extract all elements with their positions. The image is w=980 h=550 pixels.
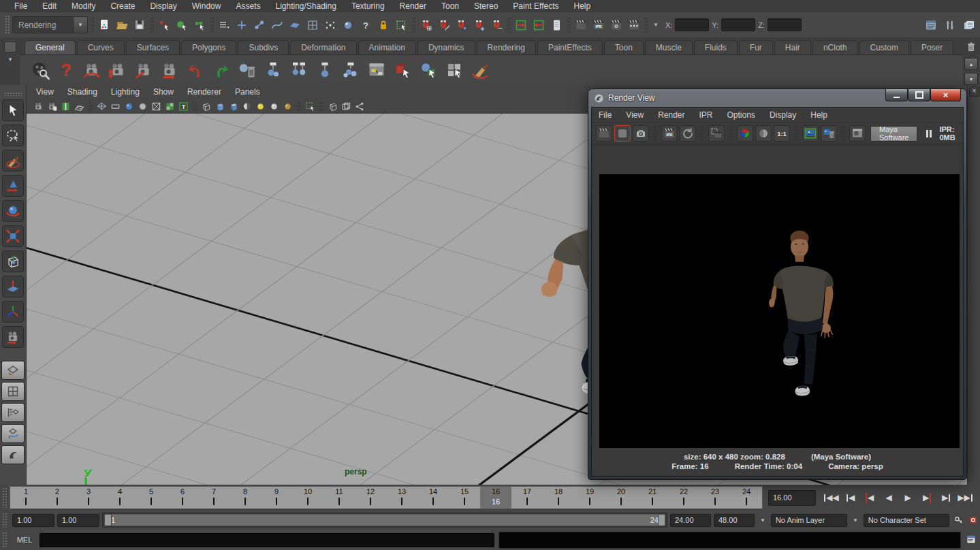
shelf-tab-rendering[interactable]: Rendering (477, 40, 536, 54)
shelf-trash-icon[interactable] (963, 39, 979, 55)
help-question-icon[interactable]: ? (54, 59, 78, 82)
last-tool[interactable] (2, 326, 24, 348)
menu-item-view[interactable]: View (36, 87, 62, 97)
shelf-tab-surfaces[interactable]: Surfaces (126, 40, 180, 54)
anim-layer-dropdown-icon[interactable]: ▼ (757, 517, 768, 523)
select-object-icon[interactable] (174, 17, 190, 33)
menu-item-options[interactable]: Options (727, 110, 755, 120)
construction-history-icon[interactable] (548, 17, 565, 33)
universal-manipulator-tool[interactable] (2, 250, 24, 272)
show-manipulator-tool[interactable] (2, 301, 24, 323)
camera-orbit-icon[interactable] (80, 59, 104, 82)
rendered-image[interactable] (599, 174, 960, 448)
maximize-button[interactable] (908, 89, 930, 101)
y-input[interactable] (721, 18, 755, 31)
x-input[interactable] (675, 18, 709, 31)
go-to-start-button[interactable]: ◀◀ (823, 489, 840, 506)
script-editor-icon[interactable] (965, 534, 977, 546)
menu-item-toon[interactable]: Toon (434, 1, 467, 11)
menu-item-stereo[interactable]: Stereo (467, 1, 505, 11)
menu-item-view[interactable]: View (626, 110, 644, 120)
z-input[interactable] (768, 18, 802, 31)
character-set-field[interactable]: No Character Set (864, 514, 949, 527)
menu-item-file[interactable]: File (7, 1, 35, 11)
shelf-menu-icon[interactable]: ▼ (7, 56, 13, 63)
open-scene-icon[interactable] (114, 17, 130, 33)
select-sphere-cube-icon[interactable] (417, 59, 440, 82)
toolbox-grip[interactable] (4, 92, 22, 96)
step-back-frame-button[interactable]: ◀ (842, 489, 859, 506)
lasso-tool[interactable] (2, 125, 24, 146)
frame-17[interactable]: 17 (511, 487, 543, 508)
menu-item-lighting[interactable]: Lighting (111, 87, 148, 97)
snap-curve-icon[interactable] (435, 17, 452, 33)
time-slider-grip[interactable] (2, 487, 7, 508)
range-slider-grip[interactable] (2, 513, 7, 528)
rotate-tool[interactable] (2, 200, 24, 222)
close-icon[interactable]: × (969, 86, 979, 97)
shelf-tab-fur[interactable]: Fur (739, 40, 773, 54)
frame-20[interactable]: 20 (605, 487, 637, 508)
step-forward-key-button[interactable]: ▶ (918, 489, 936, 506)
vp-text-icon[interactable]: T (177, 100, 190, 113)
mask-surfaces-icon[interactable] (287, 17, 303, 33)
frame-10[interactable]: 10 (292, 487, 323, 508)
mask-joints-icon[interactable] (251, 17, 268, 33)
vp-film-gate-icon[interactable] (109, 100, 122, 113)
shelf-tab-toon[interactable]: Toon (604, 40, 644, 54)
frame-14[interactable]: 14 (417, 487, 449, 508)
save-scene-icon[interactable] (131, 17, 148, 33)
vp-bookmark-icon[interactable] (59, 100, 72, 113)
shelf-tab-poser[interactable]: Poser (911, 40, 953, 54)
vp-select-cursor-icon[interactable] (304, 100, 317, 113)
frame-9[interactable]: 9 (261, 487, 292, 508)
single-pane-layout[interactable] (1, 361, 25, 380)
attribute-editor-icon[interactable] (923, 17, 939, 33)
menu-item-show[interactable]: Show (153, 87, 182, 97)
menu-item-window[interactable]: Window (185, 1, 229, 11)
go-to-end-button[interactable]: ▶▶ (956, 489, 974, 506)
paint-select-tool[interactable] (2, 150, 24, 172)
frame-ruler[interactable]: 1234567891011121314151616171819202122232… (10, 486, 763, 509)
set-key-icon[interactable] (952, 514, 964, 526)
frame-24[interactable]: 24 (731, 487, 762, 508)
shelf-tab-animation[interactable]: Animation (358, 40, 416, 54)
render-view-window[interactable]: Render View × FileViewRenderIPROptionsDi… (588, 88, 967, 480)
step-back-key-button[interactable]: ◀ (861, 489, 879, 506)
vp-textured-icon[interactable] (163, 100, 176, 113)
rv-alpha-icon[interactable] (755, 125, 772, 142)
snap-grid-icon[interactable] (417, 17, 434, 33)
shelf-tab-painteffects[interactable]: PaintEffects (537, 40, 603, 54)
frame-22[interactable]: 22 (668, 487, 699, 508)
four-pane-layout[interactable] (1, 382, 25, 401)
range-start-handle[interactable] (104, 514, 112, 526)
menu-item-assets[interactable]: Assets (228, 1, 268, 11)
camera-pan-icon[interactable] (106, 59, 129, 82)
step-forward-frame-button[interactable]: ▶ (937, 489, 955, 506)
shelf-scroll-up[interactable]: ▲ (964, 58, 978, 70)
persp-outliner-layout[interactable] (1, 403, 25, 422)
vp-wireframe-icon[interactable] (95, 100, 108, 113)
channel-box-icon[interactable] (961, 17, 977, 33)
vp-light-gray-icon[interactable] (268, 100, 281, 113)
node-editor-icon[interactable] (365, 59, 388, 82)
menu-item-lighting-shading[interactable]: Lighting/Shading (268, 1, 343, 11)
animation-start-field[interactable]: 1.00 (12, 514, 54, 527)
renderer-select-button[interactable]: Maya Software (870, 126, 917, 142)
frame-23[interactable]: 23 (699, 487, 731, 508)
output-connections-icon[interactable] (531, 17, 547, 33)
shelf-tab-ncloth[interactable]: nCloth (812, 40, 858, 54)
redo-arrow-icon[interactable] (210, 59, 233, 82)
playback-range-bar[interactable]: 1 24 (105, 514, 665, 526)
current-time-field[interactable]: 16.00 (768, 490, 816, 506)
rv-rgb-icon[interactable] (737, 125, 753, 142)
rv-region-icon[interactable] (708, 125, 725, 142)
rv-snapshot-icon[interactable] (633, 125, 649, 142)
menu-item-renderer[interactable]: Renderer (187, 87, 230, 97)
shelf-tab-deformation[interactable]: Deformation (290, 40, 356, 54)
menu-item-help[interactable]: Help (810, 110, 827, 120)
auto-keyframe-icon[interactable] (967, 514, 979, 526)
snap-point-icon[interactable] (453, 17, 469, 33)
render-view-titlebar[interactable]: Render View × (591, 89, 964, 107)
joint-c-icon[interactable] (313, 59, 336, 82)
